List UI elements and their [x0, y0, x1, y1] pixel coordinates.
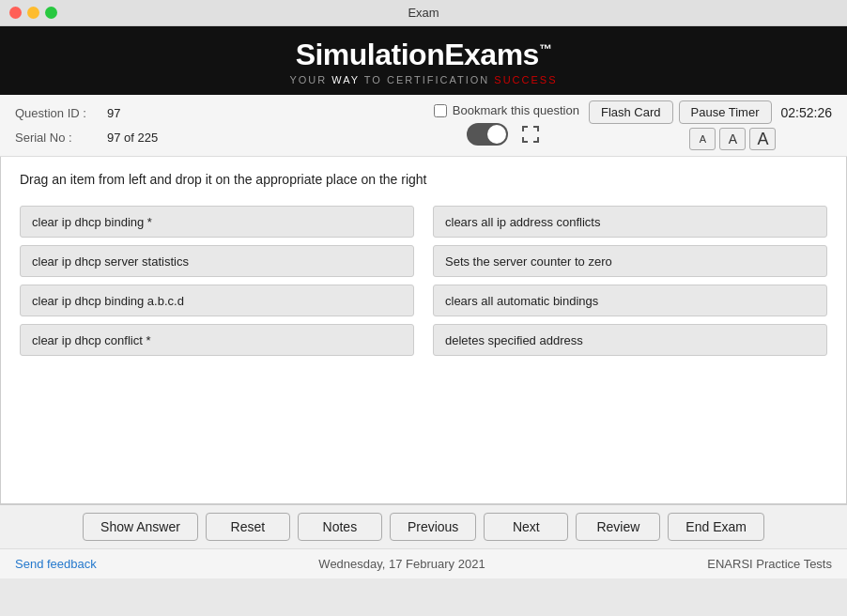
font-controls: A A A: [644, 128, 776, 150]
meta-right: Flash Card Pause Timer 02:52:26 A A A: [589, 100, 832, 150]
font-medium-button[interactable]: A: [719, 128, 746, 150]
bookmark-checkbox[interactable]: [434, 104, 447, 117]
font-large-button[interactable]: A: [749, 128, 776, 150]
review-button[interactable]: Review: [576, 513, 660, 541]
drop-item[interactable]: clears all automatic bindings: [433, 285, 827, 316]
brand-tagline: YOUR WAY TO CERTIFICATION SUCCESS: [19, 74, 828, 85]
question-instruction: Drag an item from left and drop it on th…: [1, 157, 846, 196]
minimize-button[interactable]: [27, 7, 39, 19]
drop-item[interactable]: Sets the server counter to zero: [433, 245, 827, 277]
question-id-value: 97: [107, 106, 120, 120]
serial-no-row: Serial No : 97 of 225: [15, 126, 434, 150]
close-button[interactable]: [9, 7, 22, 19]
font-small-button[interactable]: A: [689, 128, 716, 150]
main-content: Drag an item from left and drop it on th…: [0, 157, 847, 504]
action-bar: Show Answer Reset Notes Previous Next Re…: [0, 504, 847, 548]
reset-button[interactable]: Reset: [206, 513, 290, 541]
meta-left: Question ID : 97 Serial No : 97 of 225: [15, 101, 434, 150]
title-bar: Exam: [0, 0, 847, 26]
bookmark-label: Bookmark this question: [453, 103, 579, 117]
drag-source-column: clear ip dhcp binding * clear ip dhcp se…: [20, 206, 414, 356]
meta-bar: Question ID : 97 Serial No : 97 of 225 B…: [0, 95, 847, 157]
maximize-button[interactable]: [45, 7, 57, 19]
drag-item[interactable]: clear ip dhcp server statistics: [20, 245, 414, 277]
drag-item[interactable]: clear ip dhcp binding *: [20, 206, 414, 238]
brand-header: SimulationExams™ YOUR WAY TO CERTIFICATI…: [0, 26, 847, 95]
window-title: Exam: [408, 6, 439, 20]
bookmark-row: Bookmark this question: [434, 103, 579, 117]
meta-center: Bookmark this question: [434, 103, 579, 147]
previous-button[interactable]: Previous: [390, 513, 476, 541]
drop-item[interactable]: deletes specified address: [433, 324, 827, 356]
serial-no-label: Serial No :: [15, 131, 100, 145]
question-id-row: Question ID : 97: [15, 101, 434, 126]
notes-button[interactable]: Notes: [298, 513, 382, 541]
top-buttons: Flash Card Pause Timer 02:52:26: [589, 100, 832, 124]
send-feedback-link[interactable]: Send feedback: [15, 557, 97, 571]
drop-target-column: clears all ip address conflicts Sets the…: [433, 206, 827, 356]
serial-no-value: 97 of 225: [107, 131, 158, 145]
end-exam-button[interactable]: End Exam: [668, 513, 764, 541]
window-controls[interactable]: [9, 7, 57, 19]
drop-item[interactable]: clears all ip address conflicts: [433, 206, 827, 238]
toggle-switch[interactable]: [467, 123, 508, 146]
next-button[interactable]: Next: [484, 513, 568, 541]
drag-item[interactable]: clear ip dhcp binding a.b.c.d: [20, 285, 414, 316]
expand-icon[interactable]: [516, 121, 546, 147]
flash-card-button[interactable]: Flash Card: [589, 100, 673, 124]
toggle-row[interactable]: [467, 121, 546, 147]
drag-drop-area: clear ip dhcp binding * clear ip dhcp se…: [1, 196, 846, 375]
brand-name: SimulationExams™: [19, 38, 828, 72]
drag-item[interactable]: clear ip dhcp conflict *: [20, 324, 414, 356]
pause-timer-button[interactable]: Pause Timer: [679, 100, 772, 124]
show-answer-button[interactable]: Show Answer: [83, 513, 198, 541]
footer-product: ENARSI Practice Tests: [707, 557, 832, 571]
footer: Send feedback Wednesday, 17 February 202…: [0, 548, 847, 578]
timer-display: 02:52:26: [781, 105, 833, 120]
question-id-label: Question ID :: [15, 106, 100, 120]
footer-date: Wednesday, 17 February 2021: [318, 557, 485, 571]
